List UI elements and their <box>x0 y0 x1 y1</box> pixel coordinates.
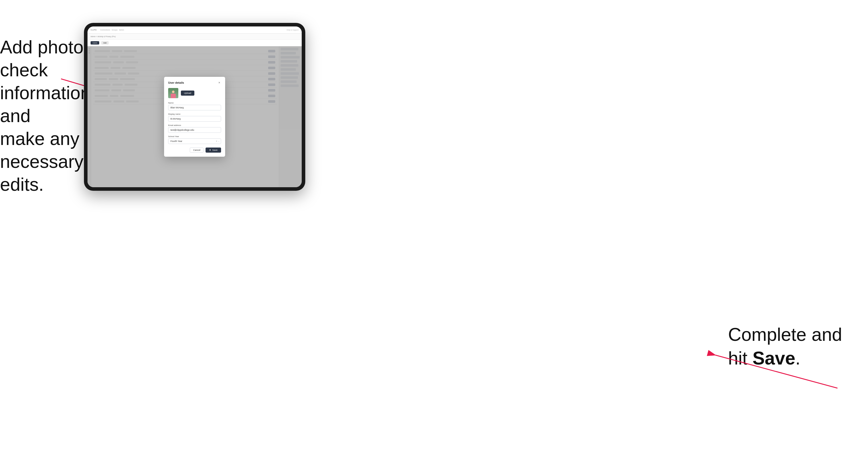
select-icons: × ⌄ <box>216 140 220 143</box>
nav-groups: Groups <box>112 29 118 31</box>
person-figure <box>170 91 176 98</box>
modal-footer: Cancel ⬆ Save <box>168 148 221 153</box>
chevron-down-icon: ⌄ <box>218 140 220 142</box>
main-content: User details × <box>88 46 302 187</box>
nav-connections: Connections <box>100 29 110 31</box>
school-year-select-wrapper: First Year Second Year Third Year Fourth… <box>168 138 221 144</box>
upload-button[interactable]: Upload <box>181 91 194 96</box>
avatar-image <box>168 88 178 98</box>
toolbar: Users Add <box>88 40 302 46</box>
name-field-group: Name <box>168 102 221 111</box>
select-clear-button[interactable]: × <box>216 140 217 143</box>
school-year-label: School Year <box>168 135 221 137</box>
display-name-field-group: Display name <box>168 113 221 122</box>
cancel-label: Cancel <box>193 149 200 151</box>
email-input[interactable] <box>168 127 221 133</box>
add-button[interactable]: Add <box>101 41 108 44</box>
modal-title: User details <box>168 81 184 84</box>
modal-header: User details × <box>168 81 221 85</box>
breadcrumb-text: Admin > Activity & Privacy (Pro) <box>91 36 116 37</box>
email-field-group: Email address <box>168 124 221 133</box>
display-name-label: Display name <box>168 113 221 115</box>
school-year-field-group: School Year First Year Second Year Third… <box>168 135 221 144</box>
avatar <box>168 88 178 98</box>
person-head <box>172 91 175 93</box>
app-nav: Connections Groups Admin <box>100 29 124 31</box>
close-icon: × <box>218 81 220 85</box>
save-icon: ⬆ <box>209 149 211 151</box>
app-header: CLIPD Connections Groups Admin Help & Su… <box>88 27 302 34</box>
modal-overlay: User details × <box>88 46 302 187</box>
person-body <box>171 94 176 98</box>
save-label: Save <box>212 149 218 151</box>
save-button[interactable]: ⬆ Save <box>206 148 221 153</box>
right-annotation: Complete and hit Save. <box>728 323 860 370</box>
upload-label: Upload <box>184 92 191 94</box>
breadcrumb: Admin > Activity & Privacy (Pro) <box>88 34 302 40</box>
tablet-device: CLIPD Connections Groups Admin Help & Su… <box>84 23 305 191</box>
close-button[interactable]: × <box>218 81 221 85</box>
users-tab[interactable]: Users <box>91 41 99 44</box>
cancel-button[interactable]: Cancel <box>190 148 204 153</box>
avatar-section: Upload <box>168 88 221 98</box>
nav-admin: Admin <box>119 29 124 31</box>
email-label: Email address <box>168 124 221 126</box>
app-logo: CLIPD <box>91 29 97 31</box>
display-name-input[interactable] <box>168 116 221 122</box>
user-details-modal: User details × <box>164 77 225 157</box>
school-year-select[interactable]: First Year Second Year Third Year Fourth… <box>168 138 221 144</box>
nav-help: Help & Support <box>287 29 299 31</box>
name-input[interactable] <box>168 105 221 111</box>
name-label: Name <box>168 102 221 104</box>
tablet-screen: CLIPD Connections Groups Admin Help & Su… <box>88 27 302 187</box>
